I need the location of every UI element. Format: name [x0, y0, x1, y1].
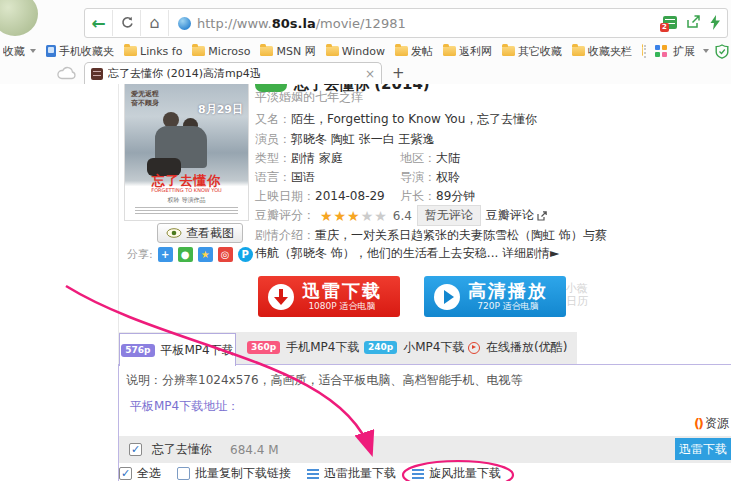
bookmark-item[interactable]: 收藏夹栏: [572, 44, 632, 59]
plot-row: 剧情介绍：重庆，一对关系日趋紧张的夫妻陈雪松（陶虹 饰）与蔡伟航（郭晓冬 饰），…: [255, 226, 607, 262]
bookmark-item[interactable]: 返利网: [443, 44, 492, 59]
bookmark-item[interactable]: Window: [326, 45, 385, 58]
extensions-label[interactable]: 扩展: [673, 44, 695, 59]
poster-credits-lines: [135, 207, 238, 215]
xuanfeng-batch-link[interactable]: 旋风批量下载: [412, 465, 501, 481]
hd-play-button[interactable]: 高清播放720P 适合电脑: [424, 276, 566, 317]
bookmark-item[interactable]: 发帖: [395, 44, 433, 59]
movie-tagline: 平淡婚姻的七年之痒: [255, 89, 363, 106]
folder-icon: [395, 46, 408, 56]
resolution-note: 说明：分辨率1024x576，高画质，适合平板电脑、高档智能手机、电视等: [126, 372, 523, 389]
chevron-down-icon: [703, 49, 709, 53]
thunder-download-small-button[interactable]: 迅雷下载: [675, 438, 731, 460]
list-icon: [412, 469, 424, 479]
browser-tab[interactable]: 忘了去懂你 (2014)高清mp4迅 ×: [84, 62, 382, 84]
refresh-icon: [120, 16, 134, 30]
tab-close-icon[interactable]: ×: [365, 67, 375, 81]
file-size: 684.4 M: [230, 443, 279, 457]
url-field[interactable]: http://www.80s.la/movie/12981: [197, 16, 406, 31]
qzone-share-icon[interactable]: ★: [198, 247, 213, 262]
bookmark-item[interactable]: 手机收藏夹: [46, 44, 114, 59]
resource-link[interactable]: () 资源: [694, 415, 729, 432]
new-tab-button[interactable]: +: [392, 64, 405, 82]
folder-icon: [124, 46, 137, 56]
checkbox-checked-icon: ✓: [119, 467, 132, 480]
phone-bookmarks-icon: [46, 45, 56, 57]
copy-links-checkbox[interactable]: ✓批量复制下载链接: [177, 465, 291, 481]
plot-more-link[interactable]: 详细剧情►: [502, 246, 559, 260]
content-left-border: [118, 84, 119, 332]
bookmark-item[interactable]: 其它收藏: [502, 44, 562, 59]
view-screenshots-button[interactable]: 查看截图: [157, 223, 243, 243]
bookmarks-menu[interactable]: 收藏: [3, 44, 36, 59]
batch-actions-row: ✓全选 ✓批量复制下载链接 迅雷批量下载 旋风批量下载: [119, 465, 501, 481]
release-length-row: 上映日期：2014-08-29 片长：89分钟: [255, 188, 385, 205]
360p-badge: 360p: [247, 341, 280, 354]
bookmark-item[interactable]: MSN 网: [260, 44, 315, 59]
address-bar[interactable]: ← ⌂ http://www.80s.la/movie/12981 2: [84, 8, 728, 38]
tab-phone-mp4[interactable]: 360p 手机MP4下载: [247, 339, 359, 356]
poster-release-date: 8月29日: [198, 102, 243, 117]
douban-comments-link[interactable]: 豆瓣评论: [486, 207, 547, 224]
share-row: 分享: + ● ★ ◎ P: [127, 247, 253, 262]
poster-slogan: 爱无返程奋不顾身: [131, 90, 159, 108]
external-link-icon: [537, 211, 547, 221]
extensions-icon[interactable]: [655, 45, 667, 57]
no-comment-badge: 暂无评论: [417, 205, 481, 226]
screenshot-stage: ← ⌂ http://www.80s.la/movie/12981 2: [0, 0, 731, 481]
tab-small-mp4[interactable]: 240p 小MP4下载: [364, 339, 464, 356]
refresh-button[interactable]: [113, 10, 141, 36]
folder-icon: [192, 46, 205, 56]
addressbar-right-icons: 2: [663, 9, 721, 35]
thunder-download-button[interactable]: 迅雷下载1080P 适合电脑: [258, 276, 400, 317]
wechat-share-icon[interactable]: ●: [178, 247, 193, 262]
folder-icon: [443, 46, 456, 56]
genre-region-row: 类型：剧情 家庭 地区：大陆: [255, 150, 343, 167]
star-icon: ★★: [361, 208, 388, 224]
home-button[interactable]: ⌂: [141, 10, 169, 36]
back-button[interactable]: ←: [85, 10, 113, 36]
list-icon: [307, 469, 319, 479]
share-page-icon[interactable]: [686, 15, 700, 29]
folder-icon: [572, 46, 585, 56]
play-circle-icon: [468, 342, 480, 354]
poster-credit: 权聆 导演作品: [125, 196, 248, 205]
cast-row: 演员：郭晓冬 陶虹 张一白 王紫逸: [255, 131, 434, 148]
resource-icon: (): [694, 416, 702, 431]
download-address-label: 平板MP4下载地址：: [130, 398, 239, 415]
poster-title-en: FORGETTING TO KNOW YOU: [125, 187, 248, 193]
file-name: 忘了去懂你: [152, 441, 212, 458]
select-all-checkbox[interactable]: ✓全选: [119, 465, 161, 481]
share-more-icon[interactable]: +: [158, 247, 173, 262]
chevron-down-icon: [30, 49, 36, 53]
folder-icon: [502, 46, 515, 56]
thunder-batch-link[interactable]: 迅雷批量下载: [307, 465, 396, 481]
rating-row: 豆瓣评分： ★★★★★ 6.4 暂无评论 豆瓣评论: [255, 205, 547, 226]
browser-chrome: ← ⌂ http://www.80s.la/movie/12981 2: [0, 0, 731, 85]
cloud-icon[interactable]: [56, 66, 78, 80]
rating-score: 6.4: [393, 209, 412, 223]
file-row: ✓ 忘了去懂你 684.4 M 迅雷下载: [119, 436, 731, 463]
play-icon: [434, 284, 460, 310]
language-director-row: 语言：国语 导演：权聆: [255, 169, 315, 186]
eye-icon: [166, 228, 182, 238]
tab-online-play[interactable]: 在线播放(优酷): [468, 339, 567, 356]
file-checkbox[interactable]: ✓: [129, 443, 142, 456]
folder-icon: [260, 46, 273, 56]
576p-badge: 576p: [121, 344, 154, 357]
translate-icon[interactable]: 2: [663, 16, 677, 29]
alias-row: 又名：陌生，Forgetting to Know You，忘了去懂你: [255, 111, 537, 128]
drag-handle: [644, 45, 649, 58]
lightning-icon[interactable]: [709, 15, 721, 30]
shield-icon[interactable]: [715, 44, 729, 59]
bookmark-item[interactable]: Microso: [192, 45, 250, 58]
desktop-icon-behind-window: [0, 0, 38, 36]
panel-border-left: [118, 364, 119, 481]
bookmark-item[interactable]: Links fo: [124, 45, 182, 58]
240p-badge: 240p: [364, 341, 397, 354]
bookmark-item[interactable]: 虚拟币: [642, 44, 643, 59]
site-globe-icon: [178, 17, 191, 30]
weibo-share-icon[interactable]: ◎: [218, 247, 233, 262]
tab-tablet-mp4[interactable]: 576p 平板MP4下载: [119, 333, 236, 366]
qq-share-icon[interactable]: P: [238, 247, 253, 262]
